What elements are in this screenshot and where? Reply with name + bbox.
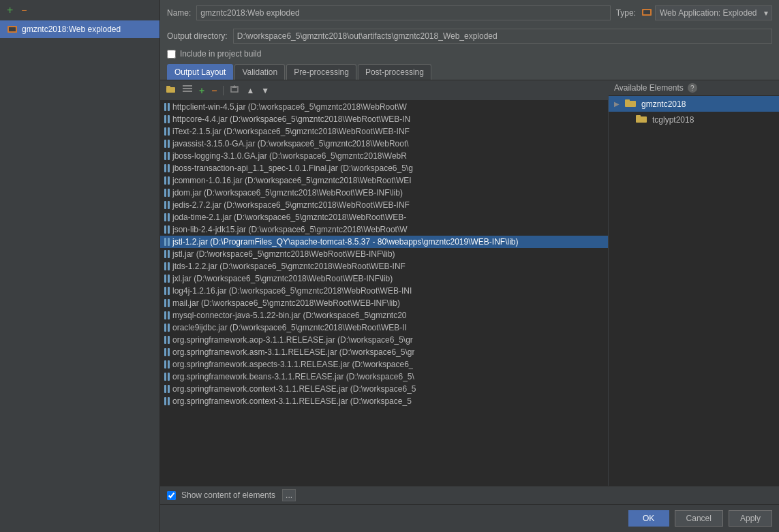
jar-icon (164, 115, 170, 123)
jar-icon (164, 213, 170, 221)
file-list-item[interactable]: jboss-transaction-api_1.1_spec-1.0.1.Fin… (160, 162, 608, 174)
sidebar-toolbar: + − (0, 0, 159, 20)
file-list-item[interactable]: jdom.jar (D:\workspace6_5\gmzntc2018\Web… (160, 187, 608, 199)
tree-item-label: tcglypt2018 (652, 115, 694, 125)
file-list-item[interactable]: httpclient-win-4.5.jar (D:\workspace6_5\… (160, 101, 608, 113)
file-list-item[interactable]: org.springframework.context-3.1.1.RELEAS… (160, 383, 608, 395)
separator (223, 86, 224, 95)
file-list-item[interactable]: mail.jar (D:\workspace6_5\gmzntc2018\Web… (160, 297, 608, 309)
output-dir-label: Output directory: (167, 31, 228, 41)
file-item-text: httpclient-win-4.5.jar (D:\workspace6_5\… (172, 102, 407, 112)
svg-rect-6 (183, 85, 192, 87)
file-list-scroll[interactable]: httpclient-win-4.5.jar (D:\workspace6_5\… (160, 101, 608, 486)
jar-icon (164, 201, 170, 209)
remove-artifact-button[interactable]: − (18, 3, 29, 17)
jar-icon (164, 360, 170, 369)
add-file-button[interactable]: + (197, 84, 207, 97)
jar-icon (164, 103, 170, 111)
file-item-text: jedis-2.7.2.jar (D:\workspace6_5\gmzntc2… (172, 200, 410, 210)
file-list-item[interactable]: joda-time-2.1.jar (D:\workspace6_5\gmznt… (160, 211, 608, 223)
tree-item[interactable]: ▶ tcglypt2018 (609, 112, 779, 127)
jar-icon (164, 299, 170, 307)
file-list-item[interactable]: mysql-connector-java-5.1.22-bin.jar (D:\… (160, 309, 608, 322)
file-list-item[interactable]: jtds-1.2.2.jar (D:\workspace6_5\gmzntc20… (160, 260, 608, 272)
file-list-item[interactable]: org.springframework.aspects-3.1.1.RELEAS… (160, 358, 608, 371)
file-list-item[interactable]: javassist-3.15.0-GA.jar (D:\workspace6_5… (160, 138, 608, 150)
include-build-checkbox[interactable] (167, 50, 176, 59)
file-list-item[interactable]: jedis-2.7.2.jar (D:\workspace6_5\gmzntc2… (160, 199, 608, 211)
file-list-item[interactable]: org.springframework.aop-3.1.1.RELEASE.ja… (160, 334, 608, 346)
svg-rect-14 (636, 115, 641, 118)
more-options-button[interactable]: ... (282, 489, 296, 501)
show-content-label[interactable]: Show content of elements (181, 490, 275, 500)
jar-icon (164, 373, 170, 381)
file-list-item[interactable]: httpcore-4.4.jar (D:\workspace6_5\gmzntc… (160, 113, 608, 125)
file-list-item[interactable]: jboss-logging-3.1.0.GA.jar (D:\workspace… (160, 150, 608, 162)
file-list-item[interactable]: json-lib-2.4-jdk15.jar (D:\workspace6_5\… (160, 223, 608, 236)
file-list-item[interactable]: jxl.jar (D:\workspace6_5\gmzntc2018\WebR… (160, 272, 608, 285)
type-dropdown[interactable]: Web Application: Exploded (655, 5, 772, 20)
name-input[interactable] (196, 5, 610, 20)
available-tree[interactable]: ▶ gmzntc2018▶ tcglypt2018 (609, 96, 779, 486)
folder-icon (625, 98, 636, 110)
svg-rect-7 (183, 88, 192, 89)
artifact-icon (7, 24, 18, 35)
name-label: Name: (167, 8, 191, 18)
jar-icon (164, 250, 170, 258)
file-list-item[interactable]: log4j-1.2.16.jar (D:\workspace6_5\gmzntc… (160, 285, 608, 297)
tab-output-layout[interactable]: Output Layout (167, 64, 233, 80)
file-list-item[interactable]: iText-2.1.5.jar (D:\workspace6_5\gmzntc2… (160, 125, 608, 138)
apply-button[interactable]: Apply (729, 510, 772, 527)
jar-icon (164, 324, 170, 332)
move-down-button[interactable]: ▼ (259, 84, 271, 97)
jar-icon (164, 287, 170, 295)
file-item-text: jstl.jar (D:\workspace6_5\gmzntc2018\Web… (172, 249, 395, 259)
add-artifact-button[interactable]: + (4, 3, 16, 18)
svg-rect-12 (625, 99, 630, 102)
list-view-button[interactable] (181, 84, 194, 97)
tab-post-processing[interactable]: Post-processing (358, 64, 431, 80)
file-item-text: org.springframework.aop-3.1.1.RELEASE.ja… (172, 335, 413, 345)
file-item-text: mail.jar (D:\workspace6_5\gmzntc2018\Web… (172, 298, 400, 308)
ok-button[interactable]: OK (628, 510, 669, 527)
file-list-item[interactable]: jstl-1.2.jar (D:\ProgramFiles_QY\apache-… (160, 236, 608, 248)
svg-rect-8 (183, 91, 192, 92)
remove-file-button[interactable]: − (209, 84, 219, 97)
file-list-item[interactable]: jstl.jar (D:\workspace6_5\gmzntc2018\Web… (160, 248, 608, 260)
file-list-item[interactable]: org.springframework.asm-3.1.1.RELEASE.ja… (160, 346, 608, 358)
move-to-button[interactable] (228, 83, 241, 97)
file-item-text: org.springframework.asm-3.1.1.RELEASE.ja… (172, 347, 414, 357)
move-up-button[interactable]: ▲ (244, 84, 256, 97)
expand-icon: ▶ (614, 100, 622, 108)
file-list-item[interactable]: jcommon-1.0.16.jar (D:\workspace6_5\gmzn… (160, 174, 608, 187)
output-dir-input[interactable] (233, 29, 772, 44)
file-item-text: log4j-1.2.16.jar (D:\workspace6_5\gmzntc… (172, 286, 412, 296)
tree-item[interactable]: ▶ gmzntc2018 (609, 96, 779, 112)
file-item-text: jdom.jar (D:\workspace6_5\gmzntc2018\Web… (172, 188, 403, 198)
jar-icon (164, 348, 170, 356)
file-item-text: jtds-1.2.2.jar (D:\workspace6_5\gmzntc20… (172, 262, 406, 271)
sidebar-item-artifact[interactable]: gmzntc2018:Web exploded (0, 20, 159, 38)
tab-validation[interactable]: Validation (234, 64, 285, 80)
folder-view-button[interactable] (164, 84, 178, 97)
file-item-text: org.springframework.aspects-3.1.1.RELEAS… (172, 360, 413, 369)
output-dir-row: Output directory: (160, 26, 779, 46)
help-icon[interactable]: ? (688, 83, 697, 93)
tree-item-label: gmzntc2018 (641, 99, 686, 109)
type-dropdown-wrap: Web Application: Exploded ▼ (655, 5, 772, 20)
file-item-text: iText-2.1.5.jar (D:\workspace6_5\gmzntc2… (172, 127, 410, 136)
file-list-item[interactable]: org.springframework.context-3.1.1.RELEAS… (160, 395, 608, 407)
available-elements-title: Available Elements (614, 83, 684, 93)
jar-icon (164, 238, 170, 246)
tab-pre-processing[interactable]: Pre-processing (286, 64, 356, 80)
file-item-text: json-lib-2.4-jdk15.jar (D:\workspace6_5\… (172, 225, 408, 234)
file-list-toolbar: + − ▲ ▼ (160, 80, 608, 101)
file-list-item[interactable]: oracle9ijdbc.jar (D:\workspace6_5\gmzntc… (160, 322, 608, 334)
jar-icon (164, 397, 170, 405)
include-build-label[interactable]: Include in project build (180, 49, 261, 59)
cancel-button[interactable]: Cancel (675, 510, 723, 527)
show-content-checkbox[interactable] (167, 491, 176, 500)
jar-icon (164, 127, 170, 136)
file-list-item[interactable]: org.springframework.beans-3.1.1.RELEASE.… (160, 371, 608, 383)
file-item-text: org.springframework.context-3.1.1.RELEAS… (172, 396, 412, 406)
